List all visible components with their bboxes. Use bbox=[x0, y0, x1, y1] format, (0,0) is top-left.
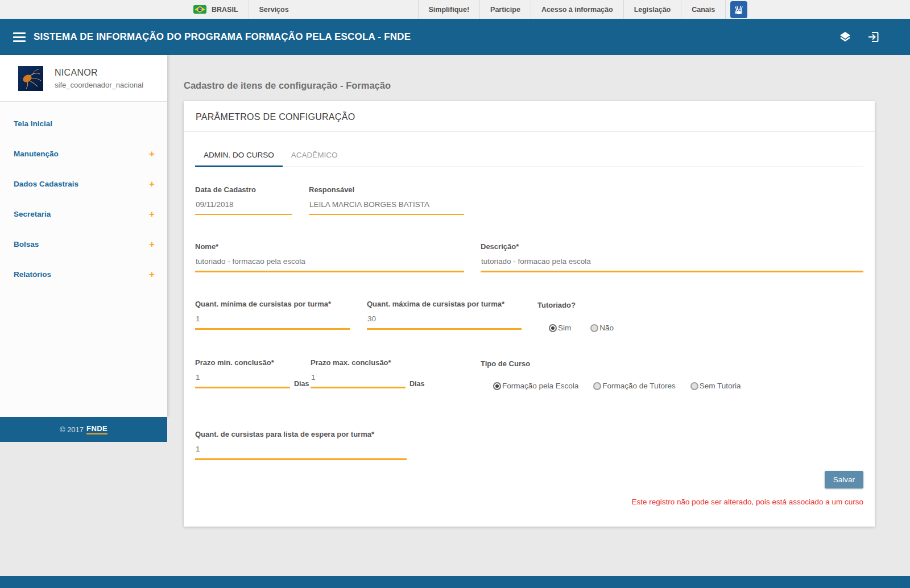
tab-admin-do-curso[interactable]: ADMIN. DO CURSO bbox=[195, 144, 283, 167]
radio-tutoriado-nao[interactable]: Não bbox=[590, 324, 614, 332]
config-form: Data de Cadastro Responsável Nome* Descr… bbox=[184, 185, 875, 460]
radio-formacao-pela-escola[interactable]: Formação pela Escola bbox=[493, 382, 578, 390]
warning-message: Este registro não pode ser alterado, poi… bbox=[632, 498, 863, 506]
app-title: SISTEMA DE INFORMAÇÃO DO PROGRAMA FORMAÇ… bbox=[34, 31, 411, 43]
nome-input[interactable] bbox=[195, 257, 464, 272]
govbar-canais[interactable]: Canais bbox=[681, 0, 726, 19]
radio-sem-tutoria[interactable]: Sem Tutoria bbox=[690, 382, 741, 390]
sidebar-item-label: Manutenção bbox=[14, 150, 59, 158]
canais-label: Canais bbox=[692, 6, 715, 14]
sidebar-item-label: Relatórios bbox=[14, 270, 51, 279]
prazo-max-label: Prazo max. conclusão* bbox=[311, 358, 426, 367]
govbar-acesso-informacao[interactable]: Acesso à informação bbox=[531, 0, 623, 19]
radio-tutoriado-sim[interactable]: Sim bbox=[549, 324, 571, 332]
data-cadastro-label: Data de Cadastro bbox=[195, 185, 292, 194]
card-title: PARÂMETROS DE CONFIGURAÇÃO bbox=[184, 101, 875, 132]
responsavel-label: Responsável bbox=[309, 185, 464, 194]
fnde-link[interactable]: FNDE bbox=[86, 424, 107, 434]
menu-hamburger-icon[interactable] bbox=[13, 32, 26, 42]
page-title: Cadastro de itens de configuração - Form… bbox=[167, 55, 910, 91]
sidebar-item-label: Tela Inicial bbox=[14, 119, 52, 128]
tab-bar: ADMIN. DO CURSO ACADÊMICO bbox=[195, 144, 863, 167]
sidebar-item-bolsas[interactable]: Bolsas + bbox=[0, 229, 167, 259]
radio-unselected-icon bbox=[590, 324, 598, 332]
expand-plus-icon: + bbox=[149, 179, 155, 189]
sidebar-item-label: Secretaria bbox=[14, 210, 51, 218]
descricao-input[interactable] bbox=[481, 257, 863, 272]
radio-label: Formação de Tutores bbox=[602, 382, 675, 390]
tipo-curso-group: Tipo de Curso Formação pela Escola Forma… bbox=[481, 358, 741, 390]
acesso-informacao-label: Acesso à informação bbox=[541, 6, 613, 14]
prazo-max-dias-suffix: Dias bbox=[410, 380, 424, 388]
expand-plus-icon: + bbox=[149, 239, 155, 249]
sidebar: NICANOR sife_coordenador_nacional Tela I… bbox=[0, 55, 167, 442]
radio-selected-icon bbox=[549, 324, 557, 332]
radio-formacao-de-tutores[interactable]: Formação de Tutores bbox=[593, 382, 675, 390]
sidebar-item-secretaria[interactable]: Secretaria + bbox=[0, 199, 167, 229]
participe-label: Participe bbox=[490, 6, 520, 14]
quant-min-input[interactable] bbox=[195, 314, 350, 330]
radio-label: Sim bbox=[558, 324, 571, 332]
vlibras-accessibility-icon[interactable] bbox=[730, 1, 747, 18]
tutoriado-label: Tutoriado? bbox=[537, 301, 576, 309]
govbar-legislacao[interactable]: Legislação bbox=[623, 0, 681, 19]
user-avatar bbox=[18, 66, 43, 91]
sidebar-item-relatorios[interactable]: Relatórios + bbox=[0, 259, 167, 289]
sidebar-item-manutencao[interactable]: Manutenção + bbox=[0, 139, 167, 169]
govbar-simplifique[interactable]: Simplifique! bbox=[418, 0, 480, 19]
expand-plus-icon: + bbox=[149, 270, 155, 279]
nome-label: Nome* bbox=[195, 242, 464, 251]
brasil-brand[interactable]: BRASIL bbox=[183, 0, 249, 19]
quant-min-label: Quant. mínima de cursistas por turma* bbox=[195, 300, 350, 308]
quant-max-label: Quant. máxima de cursistas por turma* bbox=[367, 300, 522, 308]
prazo-min-dias-suffix: Dias bbox=[294, 380, 309, 388]
radio-label: Não bbox=[599, 324, 614, 332]
layers-icon[interactable] bbox=[838, 30, 852, 44]
govbar-servicos[interactable]: Serviços bbox=[249, 0, 418, 19]
quant-espera-input[interactable] bbox=[195, 445, 407, 460]
tipo-curso-label: Tipo de Curso bbox=[481, 359, 530, 368]
radio-label: Formação pela Escola bbox=[502, 382, 578, 390]
sidebar-item-label: Dados Cadastrais bbox=[14, 180, 78, 188]
prazo-min-input[interactable] bbox=[195, 373, 290, 388]
copyright-text: © 2017 bbox=[60, 425, 84, 434]
sidebar-item-dados-cadastrais[interactable]: Dados Cadastrais + bbox=[0, 169, 167, 199]
legislacao-label: Legislação bbox=[634, 6, 671, 14]
government-bar: BRASIL Serviços Simplifique! Participe A… bbox=[0, 0, 910, 19]
prazo-max-input[interactable] bbox=[311, 373, 406, 388]
app-header: SISTEMA DE INFORMAÇÃO DO PROGRAMA FORMAÇ… bbox=[0, 19, 910, 55]
brazil-flag-icon bbox=[193, 5, 206, 14]
radio-unselected-icon bbox=[593, 382, 601, 390]
sidebar-menu: Tela Inicial Manutenção + Dados Cadastra… bbox=[0, 102, 167, 289]
bottom-bar bbox=[0, 576, 910, 588]
user-name: NICANOR bbox=[55, 68, 143, 78]
user-block: NICANOR sife_coordenador_nacional bbox=[0, 55, 167, 102]
quant-max-input[interactable] bbox=[367, 314, 522, 330]
expand-plus-icon: + bbox=[149, 209, 155, 219]
logout-icon[interactable] bbox=[867, 30, 880, 44]
brasil-label: BRASIL bbox=[212, 6, 238, 14]
radio-unselected-icon bbox=[690, 382, 698, 390]
sidebar-footer: © 2017 FNDE bbox=[0, 417, 167, 442]
save-button[interactable]: Salvar bbox=[825, 471, 863, 488]
config-card: PARÂMETROS DE CONFIGURAÇÃO ADMIN. DO CUR… bbox=[184, 101, 875, 527]
responsavel-input[interactable] bbox=[309, 200, 464, 215]
expand-plus-icon: + bbox=[149, 149, 155, 159]
main-content: Cadastro de itens de configuração - Form… bbox=[167, 55, 910, 588]
prazo-min-label: Prazo min. conclusão* bbox=[195, 358, 311, 367]
radio-selected-icon bbox=[493, 382, 501, 390]
sidebar-item-label: Bolsas bbox=[14, 240, 39, 249]
data-cadastro-input[interactable] bbox=[195, 200, 292, 215]
sidebar-item-tela-inicial[interactable]: Tela Inicial bbox=[0, 109, 167, 139]
govbar-participe[interactable]: Participe bbox=[479, 0, 531, 19]
quant-espera-label: Quant. de cursistas para lista de espera… bbox=[195, 430, 407, 438]
user-role: sife_coordenador_nacional bbox=[55, 81, 143, 89]
tutoriado-group: Tutoriado? Sim Não bbox=[537, 300, 614, 332]
descricao-label: Descrição* bbox=[481, 242, 863, 251]
radio-label: Sem Tutoria bbox=[700, 382, 741, 390]
simplifique-label: Simplifique! bbox=[429, 6, 470, 14]
servicos-label: Serviços bbox=[259, 6, 289, 14]
tab-academico[interactable]: ACADÊMICO bbox=[283, 144, 346, 167]
